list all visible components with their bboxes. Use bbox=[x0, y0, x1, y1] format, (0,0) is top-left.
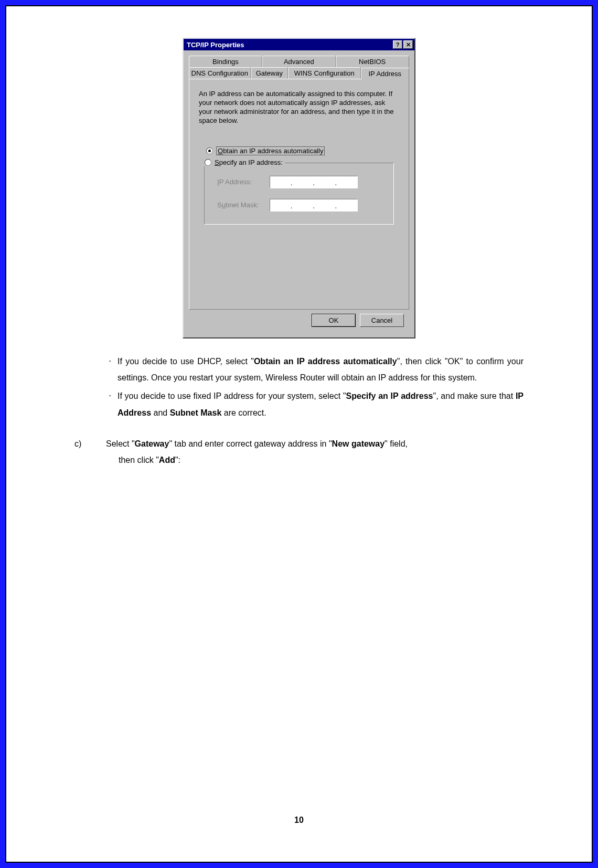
bold-obtain: Obtain an IP address automatically bbox=[254, 357, 397, 366]
bullet-dot-icon: ‧ bbox=[102, 388, 118, 420]
radio-obtain[interactable] bbox=[206, 147, 213, 154]
ip-address-input[interactable]: . . . bbox=[270, 176, 358, 188]
tabs-row-2: DNS Configuration Gateway WINS Configura… bbox=[189, 67, 409, 79]
help-button[interactable]: ? bbox=[393, 40, 402, 49]
dialog-buttons: OK Cancel bbox=[189, 310, 409, 332]
subnet-mask-row: Subnet Mask: . . . bbox=[217, 199, 384, 211]
tab-bindings[interactable]: Bindings bbox=[189, 56, 262, 67]
step-c: c) Select "Gateway" tab and enter correc… bbox=[74, 436, 524, 468]
dialog-body: Bindings Advanced NetBIOS DNS Configurat… bbox=[184, 50, 414, 337]
tab-advanced[interactable]: Advanced bbox=[262, 56, 336, 67]
bold-newgateway: New gateway bbox=[332, 439, 385, 448]
dialog-title: TCP/IP Properties bbox=[187, 41, 244, 49]
page-number: 10 bbox=[6, 816, 592, 825]
titlebar: TCP/IP Properties ? ✕ bbox=[184, 39, 414, 50]
bold-add: Add bbox=[159, 456, 175, 464]
radio-specify-row[interactable]: Specify an IP address: bbox=[202, 158, 285, 166]
dialog-wrap: TCP/IP Properties ? ✕ Bindings Advanced … bbox=[74, 38, 524, 338]
cancel-button[interactable]: Cancel bbox=[360, 314, 404, 327]
tcpip-dialog: TCP/IP Properties ? ✕ Bindings Advanced … bbox=[183, 38, 415, 338]
radio-specify[interactable] bbox=[205, 159, 211, 166]
bullet-fixed: ‧ If you decide to use fixed IP address … bbox=[102, 388, 524, 420]
tabs-row-1: Bindings Advanced NetBIOS bbox=[189, 56, 409, 67]
tab-wins[interactable]: WINS Configuration bbox=[288, 67, 361, 79]
close-button[interactable]: ✕ bbox=[403, 40, 413, 49]
bullet-dhcp: ‧ If you decide to use DHCP, select "Obt… bbox=[102, 353, 524, 386]
subnet-mask-label: Subnet Mask: bbox=[217, 201, 270, 209]
bullet-dot-icon: ‧ bbox=[102, 353, 118, 386]
tab-gateway[interactable]: Gateway bbox=[251, 67, 288, 79]
bold-subnet: Subnet Mask bbox=[170, 408, 222, 417]
tab-ipaddress[interactable]: IP Address bbox=[361, 68, 409, 79]
inner-frame: TCP/IP Properties ? ✕ Bindings Advanced … bbox=[5, 5, 593, 863]
info-text: An IP address can be automatically assig… bbox=[199, 90, 399, 125]
page-content: TCP/IP Properties ? ✕ Bindings Advanced … bbox=[6, 6, 592, 862]
specify-fieldset: Specify an IP address: IP Address: . . . bbox=[204, 163, 394, 225]
doc-text: ‧ If you decide to use DHCP, select "Obt… bbox=[74, 353, 524, 468]
tab-panel: An IP address can be automatically assig… bbox=[189, 79, 409, 310]
subnet-mask-input[interactable]: . . . bbox=[270, 199, 358, 211]
ip-address-row: IP Address: . . . bbox=[217, 176, 384, 188]
ip-address-label: IP Address: bbox=[217, 178, 270, 186]
titlebar-buttons: ? ✕ bbox=[393, 40, 413, 49]
step-letter: c) bbox=[74, 436, 106, 468]
page-frame: TCP/IP Properties ? ✕ Bindings Advanced … bbox=[0, 0, 598, 868]
bold-gateway: Gateway bbox=[135, 439, 169, 448]
tab-dns[interactable]: DNS Configuration bbox=[189, 67, 251, 79]
radio-obtain-label: Obtain an IP address automatically bbox=[216, 146, 325, 155]
radio-specify-label: Specify an IP address: bbox=[215, 158, 283, 166]
radio-obtain-row[interactable]: Obtain an IP address automatically bbox=[206, 146, 399, 155]
radio-dot-icon bbox=[208, 150, 211, 152]
tab-netbios[interactable]: NetBIOS bbox=[336, 56, 409, 67]
ok-button[interactable]: OK bbox=[312, 314, 356, 327]
bold-specify: Specify an IP address bbox=[346, 391, 433, 400]
